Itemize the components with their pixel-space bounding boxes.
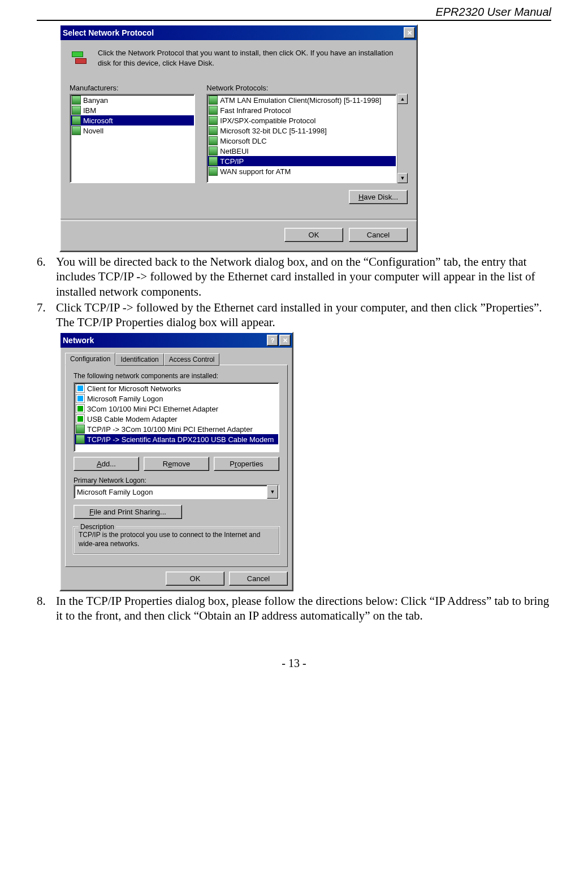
list-item[interactable]: Micorsoft DLC [207, 136, 396, 146]
list-item[interactable]: TCP/IP -> 3Com 10/100 Mini PCI Ethernet … [75, 424, 278, 434]
proto-icon [76, 425, 85, 434]
client-icon [76, 394, 85, 403]
properties-button[interactable]: Properties [214, 457, 279, 471]
manufacturers-listbox[interactable]: BanyanIBMMicrosoftNovell [70, 94, 195, 183]
chevron-down-icon[interactable]: ▼ [267, 485, 278, 499]
list-item[interactable]: ATM LAN Emulation Client(Microsoft) [5-1… [207, 95, 396, 105]
help-icon[interactable]: ? [267, 335, 278, 346]
dialog-title: Select Network Protocol [63, 28, 154, 37]
ok-button[interactable]: OK [284, 228, 343, 242]
list-item[interactable]: Microsoft Family Logon [75, 393, 278, 404]
description-legend: Description [79, 523, 116, 531]
scroll-down-icon[interactable]: ▼ [397, 173, 408, 183]
manufacturers-label: Manufacturers: [70, 84, 195, 92]
page-header: EPR2320 User Manual [37, 6, 551, 21]
tab-configuration[interactable]: Configuration [65, 353, 115, 365]
list-item[interactable]: WAN support for ATM [207, 166, 396, 176]
dialog-title: Network [63, 336, 94, 345]
protocol-icon [209, 106, 218, 115]
client-icon [76, 384, 85, 393]
protocol-icon [209, 157, 218, 166]
dialog-titlebar[interactable]: Network ? ✕ [60, 333, 292, 348]
step-number: 7 [37, 300, 56, 330]
dialog-hint-text: Click the Network Protocol that you want… [98, 48, 408, 68]
components-listbox[interactable]: Client for Microsoft NetworksMicrosoft F… [74, 382, 279, 452]
primary-logon-label: Primary Network Logon: [74, 477, 279, 484]
list-item[interactable]: Banyan [71, 95, 194, 105]
protocol-hint-icon [70, 49, 87, 66]
protocol-icon [72, 116, 81, 125]
list-item[interactable]: NetBEUI [207, 146, 396, 156]
list-item[interactable]: Fast Infrared Protocol [207, 105, 396, 115]
ok-button[interactable]: OK [166, 572, 224, 586]
scroll-up-icon[interactable]: ▲ [397, 94, 408, 104]
tab-identification[interactable]: Identification [115, 353, 163, 366]
step-number: 8 [37, 594, 56, 624]
protocol-icon [209, 146, 218, 155]
adapter-icon [76, 414, 85, 423]
close-icon[interactable]: ✕ [279, 335, 291, 346]
dialog-titlebar[interactable]: Select Network Protocol ✕ [60, 25, 417, 40]
list-item[interactable]: IPX/SPX-compatible Protocol [207, 115, 396, 125]
header-model: EPR2320 [435, 6, 484, 18]
list-item[interactable]: Novell [71, 125, 194, 136]
list-item[interactable]: TCP/IP [207, 156, 396, 166]
protocol-icon [209, 96, 218, 105]
primary-logon-dropdown[interactable]: Microsoft Family Logon ▼ [74, 484, 279, 499]
add-button[interactable]: Add... [74, 457, 139, 471]
protocols-label: Network Protocols: [206, 84, 408, 92]
list-item[interactable]: IBM [71, 105, 194, 115]
primary-logon-value: Microsoft Family Logon [77, 488, 153, 496]
protocol-icon [209, 116, 218, 125]
list-item[interactable]: TCP/IP -> Scientific Atlanta DPX2100 USB… [75, 434, 278, 444]
close-icon[interactable]: ✕ [404, 27, 415, 38]
tab-access-control[interactable]: Access Control [164, 353, 220, 366]
list-item[interactable]: Microsoft 32-bit DLC [5-11-1998] [207, 125, 396, 136]
protocol-icon [72, 106, 81, 115]
header-title: User Manual [487, 6, 551, 18]
list-item[interactable]: Client for Microsoft Networks [75, 383, 278, 393]
protocol-icon [72, 126, 81, 135]
list-item[interactable]: Microsoft [71, 115, 194, 125]
step-text: In the TCP/IP Properties dialog box, ple… [56, 594, 551, 624]
select-network-protocol-dialog: Select Network Protocol ✕ Click the Netw… [59, 24, 418, 252]
network-dialog: Network ? ✕ ConfigurationIdentificationA… [59, 332, 293, 591]
cancel-button[interactable]: Cancel [349, 228, 408, 242]
step-text: You will be directed back to the Network… [56, 254, 551, 299]
scrollbar[interactable]: ▲ ▼ [397, 94, 408, 183]
step-number: 6 [37, 254, 56, 299]
protocols-listbox[interactable]: ATM LAN Emulation Client(Microsoft) [5-1… [206, 94, 397, 183]
protocol-icon [72, 96, 81, 105]
step-text: Click TCP/IP -> followed by the Ethernet… [56, 300, 551, 330]
page-footer: - 13 - [37, 657, 551, 670]
cancel-button[interactable]: Cancel [229, 572, 288, 586]
list-item[interactable]: 3Com 10/100 Mini PCI Ethernet Adapter [75, 404, 278, 414]
description-text: TCP/IP is the protocol you use to connec… [79, 531, 274, 548]
protocol-icon [209, 126, 218, 135]
protocol-icon [209, 136, 218, 145]
adapter-icon [76, 404, 85, 413]
remove-button[interactable]: Remove [144, 457, 209, 471]
tab-strip: ConfigurationIdentificationAccess Contro… [65, 352, 288, 365]
proto-icon [76, 435, 85, 444]
components-label: The following network components are ins… [74, 372, 279, 380]
protocol-icon [209, 167, 218, 176]
file-print-sharing-button[interactable]: File and Print Sharing... [74, 505, 182, 519]
list-item[interactable]: USB Cable Modem Adapter [75, 414, 278, 424]
have-disk-button[interactable]: Have Disk... [349, 190, 408, 204]
